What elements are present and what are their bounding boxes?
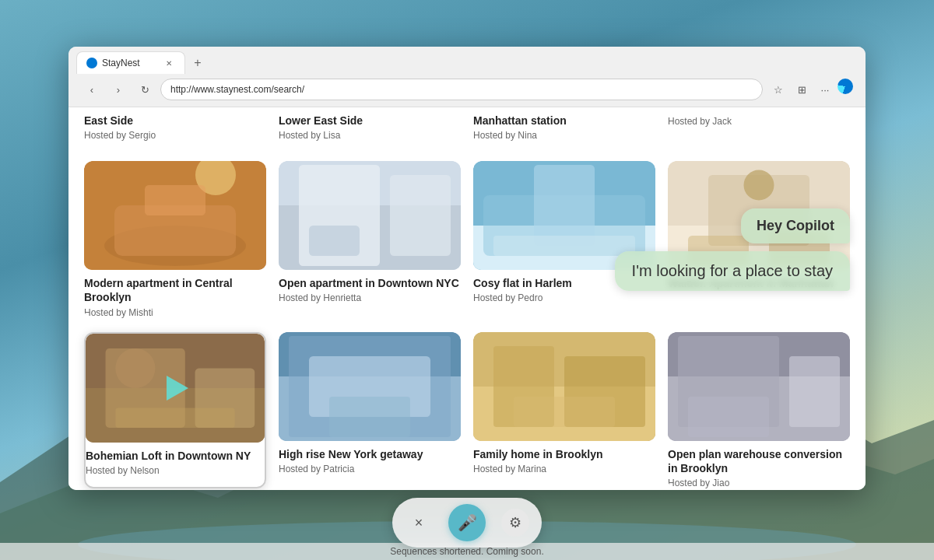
settings-button[interactable]: ⚙ bbox=[501, 509, 529, 537]
tab-favicon bbox=[86, 58, 97, 68]
svg-rect-41 bbox=[789, 356, 840, 427]
card-image-7 bbox=[668, 332, 850, 441]
svg-rect-21 bbox=[769, 231, 830, 267]
card-image-wrapper-1 bbox=[279, 161, 461, 270]
browser-toolbar: ‹ › ↻ ☆ ⊞ ··· bbox=[76, 74, 858, 107]
svg-rect-42 bbox=[688, 397, 769, 437]
property-card-1[interactable]: Open apartment in Downtown NYC Hosted by… bbox=[279, 161, 461, 317]
property-card-7[interactable]: Open plan warehouse conversion in Brookl… bbox=[668, 332, 850, 488]
play-button[interactable] bbox=[156, 369, 195, 408]
top-card-host-1: Hosted by Lisa bbox=[279, 130, 461, 141]
browser-chrome: StayNest ✕ + ‹ › ↻ ☆ ⊞ ··· bbox=[68, 47, 866, 107]
card-image-6 bbox=[473, 332, 655, 441]
extensions-icon[interactable]: ⊞ bbox=[791, 79, 813, 100]
card-image-wrapper-7 bbox=[668, 332, 850, 441]
card-host-1: Hosted by Henrietta bbox=[279, 292, 461, 303]
forward-button[interactable]: › bbox=[107, 79, 129, 100]
close-button[interactable]: × bbox=[405, 509, 433, 537]
top-card-title-2: Manhattan station bbox=[473, 114, 655, 128]
card-image-wrapper-4 bbox=[86, 334, 265, 443]
top-row: East Side Hosted by Sergio Lower East Si… bbox=[84, 107, 850, 147]
card-host-2: Hosted by Pedro bbox=[473, 292, 655, 303]
card-title-3: Walden Apartment in Manhattan bbox=[668, 276, 850, 290]
svg-rect-10 bbox=[309, 226, 360, 256]
card-image-wrapper-6 bbox=[473, 332, 655, 441]
star-icon[interactable]: ☆ bbox=[767, 79, 789, 100]
top-card-0[interactable]: East Side Hosted by Sergio bbox=[84, 107, 266, 147]
svg-rect-37 bbox=[514, 397, 615, 427]
card-image-wrapper-0 bbox=[84, 161, 266, 270]
top-card-host-0: Hosted by Sergio bbox=[84, 130, 266, 141]
svg-rect-20 bbox=[688, 236, 749, 266]
card-image-0 bbox=[84, 161, 266, 270]
browser-content: East Side Hosted by Sergio Lower East Si… bbox=[68, 107, 866, 490]
card-title-2: Cosy flat in Harlem bbox=[473, 276, 655, 290]
property-grid-row2: Bohemian Loft in Downtown NY Hosted by N… bbox=[84, 324, 850, 488]
property-card-0[interactable]: Modern apartment in Central Brooklyn Hos… bbox=[84, 161, 266, 317]
property-card-2[interactable]: Cosy flat in Harlem Hosted by Pedro bbox=[473, 161, 655, 317]
mic-button[interactable]: 🎤 bbox=[448, 504, 486, 541]
property-card-4[interactable]: Bohemian Loft in Downtown NY Hosted by N… bbox=[84, 332, 266, 488]
card-host-0: Hosted by Mishti bbox=[84, 307, 266, 318]
card-host-6: Hosted by Marina bbox=[473, 464, 655, 474]
svg-rect-5 bbox=[145, 185, 205, 215]
status-text: Sequences shortened. Coming soon. bbox=[390, 546, 543, 557]
browser-window: StayNest ✕ + ‹ › ↻ ☆ ⊞ ··· East Side bbox=[68, 47, 866, 490]
bottom-controls: × 🎤 ⚙ bbox=[392, 498, 542, 548]
address-bar[interactable] bbox=[160, 79, 763, 100]
top-card-2[interactable]: Manhattan station Hosted by Nina bbox=[473, 107, 655, 147]
edge-browser-icon bbox=[837, 79, 853, 94]
play-overlay bbox=[86, 334, 265, 443]
back-button[interactable]: ‹ bbox=[81, 79, 103, 100]
menu-icon[interactable]: ··· bbox=[814, 79, 836, 100]
page-content: East Side Hosted by Sergio Lower East Si… bbox=[68, 107, 866, 490]
top-card-1[interactable]: Lower East Side Hosted by Lisa bbox=[279, 107, 461, 147]
browser-tab-staynest[interactable]: StayNest ✕ bbox=[76, 51, 185, 74]
play-triangle-icon bbox=[167, 376, 188, 401]
card-title-4: Bohemian Loft in Downtown NY bbox=[86, 449, 265, 463]
card-host-5: Hosted by Patricia bbox=[279, 464, 461, 474]
refresh-button[interactable]: ↻ bbox=[134, 79, 156, 100]
svg-point-19 bbox=[744, 170, 774, 201]
card-host-4: Hosted by Nelson bbox=[86, 465, 265, 476]
card-title-1: Open apartment in Downtown NYC bbox=[279, 276, 461, 290]
svg-rect-9 bbox=[390, 175, 451, 256]
control-pill: × 🎤 ⚙ bbox=[392, 498, 542, 548]
card-image-4 bbox=[86, 334, 265, 443]
card-image-2 bbox=[473, 161, 655, 270]
card-image-5 bbox=[279, 332, 461, 441]
card-title-0: Modern apartment in Central Brooklyn bbox=[84, 276, 266, 304]
card-image-wrapper-3 bbox=[668, 161, 850, 270]
svg-rect-32 bbox=[329, 397, 410, 437]
card-host-7: Hosted by Jiao bbox=[668, 478, 850, 488]
toolbar-actions: ☆ ⊞ ··· bbox=[767, 79, 853, 100]
property-card-5[interactable]: High rise New York getaway Hosted by Pat… bbox=[279, 332, 461, 488]
card-image-3 bbox=[668, 161, 850, 270]
tab-title: StayNest bbox=[102, 58, 140, 68]
card-image-wrapper-2 bbox=[473, 161, 655, 270]
property-grid-row1: Modern apartment in Central Brooklyn Hos… bbox=[84, 153, 850, 317]
top-card-host-2: Hosted by Nina bbox=[473, 130, 655, 141]
property-card-6[interactable]: Family home in Brooklyn Hosted by Marina bbox=[473, 332, 655, 488]
new-tab-button[interactable]: + bbox=[187, 52, 209, 74]
card-title-5: High rise New York getaway bbox=[279, 447, 461, 461]
card-title-7: Open plan warehouse conversion in Brookl… bbox=[668, 447, 850, 475]
card-image-1 bbox=[279, 161, 461, 270]
top-card-host-3: Hosted by Jack bbox=[668, 116, 850, 127]
svg-rect-15 bbox=[493, 236, 635, 256]
svg-rect-14 bbox=[534, 165, 595, 246]
browser-tabs: StayNest ✕ + bbox=[76, 51, 858, 74]
top-card-title-0: East Side bbox=[84, 114, 266, 128]
card-title-6: Family home in Brooklyn bbox=[473, 447, 655, 461]
property-card-3[interactable]: Walden Apartment in Manhattan bbox=[668, 161, 850, 317]
card-image-wrapper-5 bbox=[279, 332, 461, 441]
top-card-3[interactable]: Hosted by Jack bbox=[668, 107, 850, 147]
top-card-title-1: Lower East Side bbox=[279, 114, 461, 128]
tab-close-button[interactable]: ✕ bbox=[163, 57, 175, 69]
